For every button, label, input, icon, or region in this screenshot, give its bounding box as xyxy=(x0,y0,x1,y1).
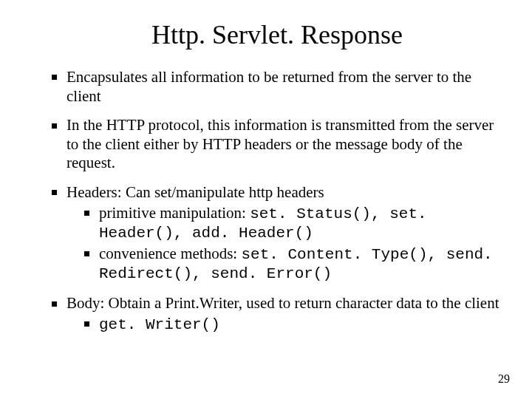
bullet-text: In the HTTP protocol, this information i… xyxy=(66,116,494,171)
sub-bullet-list: primitive manipulation: set. Status(), s… xyxy=(84,204,502,284)
list-item: primitive manipulation: set. Status(), s… xyxy=(84,204,502,243)
bullet-list: Encapsulates all information to be retur… xyxy=(52,68,502,334)
list-item: convenience methods: set. Content. Type(… xyxy=(84,245,502,284)
sub-bullet-lead: convenience methods: xyxy=(99,245,241,262)
list-item: Encapsulates all information to be retur… xyxy=(52,68,502,106)
sub-bullet-lead: primitive manipulation: xyxy=(99,204,250,222)
bullet-text: Encapsulates all information to be retur… xyxy=(66,68,471,105)
list-item: get. Writer() xyxy=(84,315,502,335)
list-item: Body: Obtain a Print.Writer, used to ret… xyxy=(52,294,502,334)
page-number: 29 xyxy=(498,372,510,386)
bullet-text: Headers: Can set/manipulate http headers xyxy=(66,183,324,201)
code-text: get. Writer() xyxy=(99,316,220,333)
slide-title: Http. Servlet. Response xyxy=(52,19,502,50)
list-item: In the HTTP protocol, this information i… xyxy=(52,116,502,173)
bullet-text: Body: Obtain a Print.Writer, used to ret… xyxy=(66,294,499,312)
list-item: Headers: Can set/manipulate http headers… xyxy=(52,183,502,284)
sub-bullet-list: get. Writer() xyxy=(84,315,502,335)
slide: Http. Servlet. Response Encapsulates all… xyxy=(0,0,532,399)
